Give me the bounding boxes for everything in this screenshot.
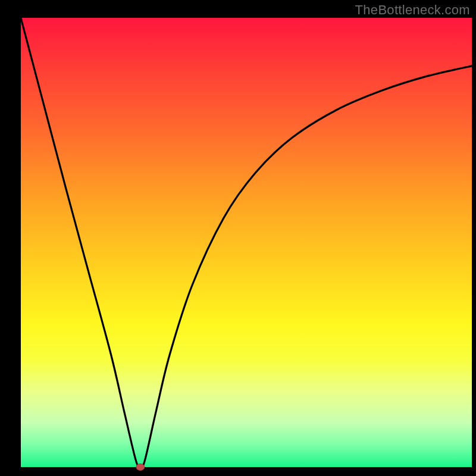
plot-background-gradient (21, 18, 472, 467)
chart-frame: { "watermark": "TheBottleneck.com", "can… (0, 0, 476, 476)
minimum-marker (136, 464, 145, 471)
chart-svg (0, 0, 476, 476)
watermark-text: TheBottleneck.com (355, 2, 470, 18)
